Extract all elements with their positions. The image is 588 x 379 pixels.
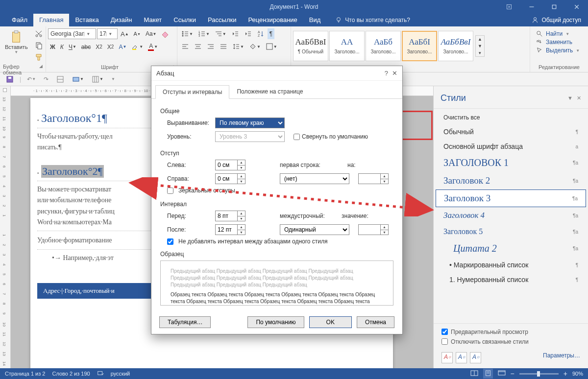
redo-icon[interactable]: ↷ bbox=[42, 74, 50, 84]
page-status[interactable]: Страница 1 из 2 bbox=[5, 371, 45, 377]
tab-view[interactable]: Вид bbox=[303, 14, 327, 26]
style-gallery-item[interactable]: АаБбЗаголово... bbox=[366, 31, 401, 61]
zoom-slider[interactable] bbox=[519, 373, 559, 375]
style-row[interactable]: Обычный¶ bbox=[434, 124, 588, 139]
tabs-button[interactable]: Табуляция… bbox=[159, 316, 211, 328]
italic-button[interactable]: К bbox=[58, 42, 66, 52]
gallery-down[interactable]: ▼ bbox=[476, 43, 484, 49]
style-params-link[interactable]: Параметры… bbox=[543, 352, 580, 359]
superscript-button[interactable]: X2 bbox=[105, 42, 116, 52]
styles-pane-dropdown[interactable]: ▼ bbox=[567, 95, 573, 101]
cancel-button[interactable]: Отмена bbox=[357, 316, 394, 328]
style-row[interactable]: Цитата 2¶a bbox=[434, 239, 588, 258]
new-style-button[interactable]: A꙳ bbox=[441, 352, 453, 363]
tell-me[interactable]: Что вы хотите сделать? bbox=[330, 14, 415, 26]
numbering-button[interactable]: 123▼ bbox=[196, 28, 212, 39]
shading-button[interactable]: ▼ bbox=[247, 41, 263, 52]
style-inspector-button[interactable]: A꙳ bbox=[456, 352, 467, 363]
indent-left-spinner[interactable]: ▲▼ bbox=[215, 160, 245, 170]
bold-button[interactable]: Ж bbox=[48, 42, 57, 52]
change-case-button[interactable]: Aa ▼ bbox=[144, 28, 159, 39]
style-gallery-item[interactable]: ААЗаголово... bbox=[329, 31, 365, 61]
manage-styles-button[interactable]: A꙳ bbox=[470, 352, 481, 363]
find-button[interactable]: Найти▼ bbox=[536, 30, 582, 37]
maximize-button[interactable] bbox=[543, 0, 565, 14]
justify-button[interactable] bbox=[218, 41, 229, 52]
replace-button[interactable]: abЗаменить bbox=[536, 39, 582, 46]
style-gallery-item[interactable]: АаБбІЗаголово... bbox=[402, 31, 437, 61]
first-line-by-spinner[interactable]: ▲▼ bbox=[358, 173, 389, 184]
font-size-combo[interactable]: 17▼ bbox=[97, 28, 118, 39]
style-row[interactable]: Заголовок 3¶a bbox=[436, 190, 586, 207]
tab-indents[interactable]: Отступы и интервалы bbox=[155, 85, 229, 99]
view-print-icon[interactable] bbox=[483, 369, 493, 379]
text-effects-button[interactable]: A ▼ bbox=[117, 42, 128, 52]
multilevel-button[interactable]: ▼ bbox=[213, 28, 228, 39]
tab-layout[interactable]: Макет bbox=[138, 14, 168, 26]
default-button[interactable]: По умолчанию bbox=[247, 316, 304, 328]
clear-format-button[interactable] bbox=[159, 28, 171, 39]
view-readmode-icon[interactable] bbox=[470, 370, 478, 378]
underline-button[interactable]: Ч ▼ bbox=[67, 42, 78, 52]
paste-button[interactable]: Вставить ▼ bbox=[2, 28, 31, 55]
ribbon-help-icon[interactable] bbox=[498, 0, 520, 14]
spell-check-icon[interactable] bbox=[97, 370, 104, 378]
view-web-icon[interactable] bbox=[498, 370, 506, 378]
copy-button[interactable] bbox=[33, 40, 45, 51]
clear-all-style[interactable]: Очистить все bbox=[434, 111, 588, 124]
save-icon[interactable] bbox=[4, 74, 16, 85]
style-gallery-item[interactable]: АаБбВвІ¶ Обычный bbox=[293, 31, 328, 61]
styles-gallery[interactable]: АаБбВвІ¶ ОбычныйААЗаголово...АаБбЗаголов… bbox=[293, 31, 473, 61]
tab-references[interactable]: Ссылки bbox=[168, 14, 202, 26]
first-line-select[interactable]: (нет) bbox=[280, 173, 349, 184]
indent-button[interactable] bbox=[242, 28, 254, 39]
dialog-titlebar[interactable]: Абзац ? ✕ bbox=[151, 66, 402, 81]
mirror-indents-checkbox[interactable]: Зеркальные отступы bbox=[167, 187, 393, 194]
align-center-button[interactable] bbox=[192, 41, 204, 52]
spacing-after-spinner[interactable]: ▲▼ bbox=[215, 224, 245, 235]
tab-design[interactable]: Дизайн bbox=[105, 14, 138, 26]
zoom-in[interactable]: + bbox=[564, 370, 567, 378]
style-gallery-item[interactable]: АаБбВвІЗаголово... bbox=[438, 31, 473, 61]
zoom-out[interactable]: − bbox=[511, 370, 514, 378]
qat-btn4[interactable]: ▼ bbox=[109, 75, 117, 83]
font-color-button[interactable]: A▼ bbox=[146, 41, 160, 52]
preview-checkbox[interactable]: Предварительный просмотр bbox=[441, 329, 580, 335]
borders-button[interactable]: ▼ bbox=[264, 41, 279, 52]
style-row[interactable]: • Маркированный список¶ bbox=[434, 258, 588, 272]
gallery-up[interactable]: ▲ bbox=[476, 36, 484, 43]
style-row[interactable]: ЗАГОЛОВОК 1¶a bbox=[434, 154, 588, 172]
share-button[interactable]: Общий доступ bbox=[525, 14, 588, 26]
align-right-button[interactable] bbox=[205, 41, 217, 52]
tab-insert[interactable]: Вставка bbox=[69, 14, 104, 26]
line-spacing-button[interactable]: ▼ bbox=[230, 41, 246, 52]
alignment-select[interactable]: По левому краю bbox=[215, 118, 285, 128]
dialog-close-button[interactable]: ✕ bbox=[392, 70, 397, 77]
tab-review[interactable]: Рецензирование bbox=[242, 14, 303, 26]
collapse-checkbox[interactable]: Свернуть по умолчанию bbox=[294, 133, 368, 140]
tab-home[interactable]: Главная bbox=[33, 14, 69, 26]
line-spacing-at-spinner[interactable]: ▲▼ bbox=[358, 224, 389, 235]
style-row[interactable]: Заголовок 5¶a bbox=[434, 224, 588, 239]
select-button[interactable]: Выделить▼ bbox=[536, 47, 582, 54]
style-row[interactable]: Заголовок 2¶a bbox=[434, 172, 588, 190]
shrink-font-button[interactable]: A▼ bbox=[132, 28, 143, 39]
qat-btn2[interactable]: ▼ bbox=[70, 74, 86, 85]
zoom-level[interactable]: 90% bbox=[572, 371, 583, 377]
style-row[interactable]: 1. Нумерованный список¶ bbox=[434, 272, 588, 287]
outdent-button[interactable] bbox=[229, 28, 241, 39]
strike-button[interactable]: abc bbox=[79, 42, 93, 52]
word-count-status[interactable]: Слово 2 из 190 bbox=[52, 371, 90, 377]
tab-file[interactable]: Файл bbox=[6, 14, 33, 26]
bullets-button[interactable]: ▼ bbox=[179, 28, 195, 39]
no-space-checkbox[interactable]: Не добавлять интервал между абзацами одн… bbox=[167, 238, 393, 245]
spacing-before-spinner[interactable]: ▲▼ bbox=[215, 211, 245, 221]
ok-button[interactable]: OK bbox=[309, 316, 352, 328]
close-button[interactable] bbox=[565, 0, 588, 14]
minimize-button[interactable] bbox=[520, 0, 543, 14]
styles-pane-close[interactable]: ✕ bbox=[577, 95, 581, 101]
show-marks-button[interactable]: ¶ bbox=[268, 28, 274, 39]
undo-icon[interactable]: ↶ ▼ bbox=[25, 74, 38, 84]
qat-btn3[interactable]: ▼ bbox=[90, 74, 105, 85]
cut-button[interactable] bbox=[33, 28, 45, 39]
